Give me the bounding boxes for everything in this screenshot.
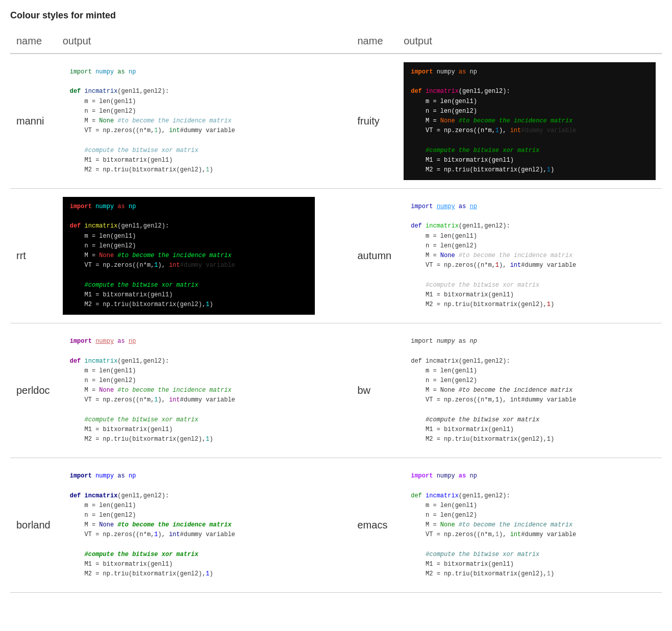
style-output-left: import numpy as np def incmatrix(genl1,g… [57,458,321,593]
style-output-left: import numpy as np def incmatrix(genl1,g… [57,54,321,189]
style-name-left: rrt [10,189,57,323]
page-title: Colour styles for minted [10,10,662,21]
style-output-right: import numpy as np def incmatrix(genl1,g… [397,323,662,458]
row-spacer [321,458,352,593]
col-spacer [321,31,352,54]
table-row: manni import numpy as np def incmatrix(g… [10,54,662,189]
style-output-right: import numpy as np def incmatrix(genl1,g… [397,458,662,593]
style-output-left: import numpy as np def incmatrix(genl1,g… [57,189,321,323]
style-name-right: fruity [352,54,398,189]
style-name-left: perldoc [10,323,57,458]
col-name-2: name [352,31,398,54]
style-output-right: import numpy as np def incmatrix(genl1,g… [397,54,662,189]
style-output-left: import numpy as np def incmatrix(genl1,g… [57,323,321,458]
row-spacer [321,54,352,189]
row-spacer [321,189,352,323]
style-name-right: autumn [352,189,398,323]
col-output-1: output [57,31,321,54]
style-name-right: emacs [352,458,398,593]
styles-table: name output name output manni import num… [10,31,662,593]
style-name-right: bw [352,323,398,458]
table-row: perldoc import numpy as np def incmatrix… [10,323,662,458]
table-row: rrt import numpy as np def incmatrix(gen… [10,189,662,323]
col-name-1: name [10,31,57,54]
style-name-left: manni [10,54,57,189]
col-output-2: output [397,31,662,54]
style-output-right: import numpy as np def incmatrix(genl1,g… [397,189,662,323]
table-row: borland import numpy as np def incmatrix… [10,458,662,593]
style-name-left: borland [10,458,57,593]
row-spacer [321,323,352,458]
